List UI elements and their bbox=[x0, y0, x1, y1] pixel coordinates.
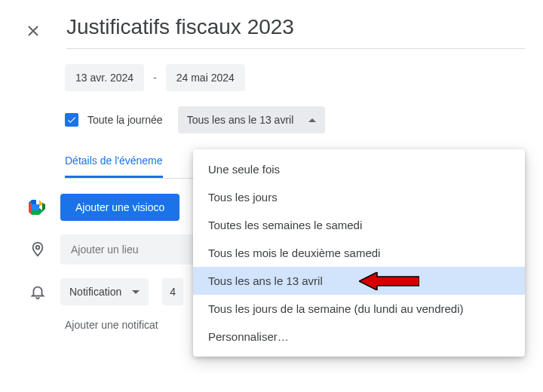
recurrence-dropdown: Une seule fois Tous les jours Toutes les… bbox=[193, 149, 525, 357]
close-icon bbox=[24, 22, 42, 40]
check-icon bbox=[66, 115, 77, 125]
meet-icon bbox=[29, 198, 47, 216]
notification-type-label: Notification bbox=[69, 286, 121, 298]
caret-up-icon bbox=[308, 118, 316, 122]
location-icon bbox=[29, 240, 47, 259]
svg-point-0 bbox=[36, 246, 40, 250]
tab-event-details[interactable]: Détails de l'événeme bbox=[65, 155, 163, 178]
start-date-chip[interactable]: 13 avr. 2024 bbox=[65, 64, 144, 91]
notification-icon bbox=[29, 283, 47, 301]
pointer-arrow-icon bbox=[359, 272, 419, 290]
recurrence-option-label: Tous les ans le 13 avril bbox=[208, 274, 323, 287]
notification-value-select[interactable]: 4 bbox=[162, 278, 183, 305]
date-separator: - bbox=[153, 72, 157, 84]
recurrence-selected-label: Tous les ans le 13 avril bbox=[187, 114, 294, 126]
all-day-checkbox[interactable] bbox=[65, 113, 78, 127]
recurrence-option-monthly[interactable]: Tous les mois le deuxième samedi bbox=[193, 239, 525, 267]
recurrence-option-weekdays[interactable]: Tous les jours de la semaine (du lundi a… bbox=[193, 295, 525, 323]
recurrence-option-weekly[interactable]: Toutes les semaines le samedi bbox=[193, 211, 525, 239]
all-day-label: Toute la journée bbox=[87, 114, 163, 126]
add-video-conference-button[interactable]: Ajouter une visioco bbox=[60, 194, 179, 221]
svg-marker-1 bbox=[359, 272, 419, 290]
recurrence-option-daily[interactable]: Tous les jours bbox=[193, 183, 525, 211]
recurrence-option-yearly[interactable]: Tous les ans le 13 avril bbox=[193, 267, 525, 295]
caret-down-icon bbox=[132, 290, 140, 294]
notification-type-select[interactable]: Notification bbox=[60, 278, 149, 305]
close-button[interactable] bbox=[18, 16, 48, 46]
notification-value: 4 bbox=[170, 286, 176, 298]
event-title-input[interactable] bbox=[66, 12, 525, 49]
recurrence-option-custom[interactable]: Personnaliser… bbox=[193, 323, 525, 351]
end-date-chip[interactable]: 24 mai 2024 bbox=[166, 64, 245, 91]
recurrence-option-once[interactable]: Une seule fois bbox=[193, 155, 525, 183]
recurrence-select[interactable]: Tous les ans le 13 avril bbox=[178, 106, 326, 133]
